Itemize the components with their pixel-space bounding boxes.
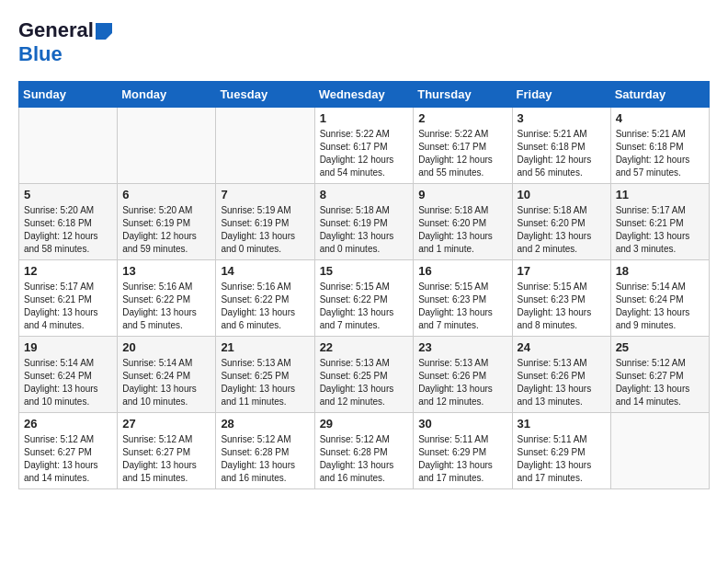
calendar-week-row: 5Sunrise: 5:20 AM Sunset: 6:18 PM Daylig…: [19, 184, 710, 260]
day-number: 27: [122, 417, 210, 431]
day-info: Sunrise: 5:14 AM Sunset: 6:24 PM Dayligh…: [616, 281, 704, 332]
day-number: 12: [24, 264, 112, 278]
calendar-day-cell: 8Sunrise: 5:18 AM Sunset: 6:19 PM Daylig…: [314, 184, 414, 260]
logo: General Blue: [18, 18, 112, 66]
calendar-day-cell: 30Sunrise: 5:11 AM Sunset: 6:29 PM Dayli…: [414, 413, 512, 489]
day-number: 13: [122, 264, 210, 278]
logo-general-text: General: [18, 18, 94, 42]
day-number: 30: [418, 417, 506, 431]
calendar-week-row: 19Sunrise: 5:14 AM Sunset: 6:24 PM Dayli…: [19, 337, 710, 413]
day-info: Sunrise: 5:19 AM Sunset: 6:19 PM Dayligh…: [221, 204, 309, 256]
day-number: 26: [24, 417, 112, 431]
calendar-week-row: 12Sunrise: 5:17 AM Sunset: 6:21 PM Dayli…: [19, 260, 710, 337]
calendar-day-cell: 19Sunrise: 5:14 AM Sunset: 6:24 PM Dayli…: [19, 337, 118, 413]
calendar-day-cell: 15Sunrise: 5:15 AM Sunset: 6:22 PM Dayli…: [314, 260, 414, 337]
calendar-day-cell: 3Sunrise: 5:21 AM Sunset: 6:18 PM Daylig…: [512, 108, 610, 184]
calendar-day-cell: 9Sunrise: 5:18 AM Sunset: 6:20 PM Daylig…: [414, 184, 512, 260]
day-of-week-header: Monday: [118, 82, 216, 108]
day-number: 10: [518, 188, 606, 201]
calendar-day-cell: 5Sunrise: 5:20 AM Sunset: 6:18 PM Daylig…: [19, 184, 118, 260]
day-number: 21: [221, 340, 309, 354]
calendar-day-cell: 14Sunrise: 5:16 AM Sunset: 6:22 PM Dayli…: [216, 260, 314, 337]
calendar-day-cell: 27Sunrise: 5:12 AM Sunset: 6:27 PM Dayli…: [118, 413, 216, 489]
calendar-day-cell: [19, 108, 118, 184]
day-info: Sunrise: 5:12 AM Sunset: 6:27 PM Dayligh…: [616, 357, 704, 408]
day-info: Sunrise: 5:12 AM Sunset: 6:27 PM Dayligh…: [24, 433, 112, 485]
day-number: 4: [616, 111, 704, 125]
day-info: Sunrise: 5:17 AM Sunset: 6:21 PM Dayligh…: [24, 281, 112, 332]
day-info: Sunrise: 5:16 AM Sunset: 6:22 PM Dayligh…: [221, 281, 309, 332]
calendar-day-cell: 29Sunrise: 5:12 AM Sunset: 6:28 PM Dayli…: [314, 413, 414, 489]
day-info: Sunrise: 5:11 AM Sunset: 6:29 PM Dayligh…: [418, 433, 506, 485]
day-number: 17: [518, 264, 606, 278]
day-info: Sunrise: 5:20 AM Sunset: 6:19 PM Dayligh…: [122, 204, 210, 256]
day-info: Sunrise: 5:21 AM Sunset: 6:18 PM Dayligh…: [616, 128, 704, 179]
day-number: 31: [518, 417, 606, 431]
day-number: 22: [320, 340, 409, 354]
day-info: Sunrise: 5:11 AM Sunset: 6:29 PM Dayligh…: [518, 433, 606, 485]
day-of-week-header: Thursday: [414, 82, 512, 108]
logo-icon: [96, 23, 112, 40]
day-info: Sunrise: 5:12 AM Sunset: 6:27 PM Dayligh…: [122, 433, 210, 485]
calendar-day-cell: [610, 413, 709, 489]
day-number: 6: [122, 188, 210, 201]
calendar-day-cell: 25Sunrise: 5:12 AM Sunset: 6:27 PM Dayli…: [610, 337, 709, 413]
day-of-week-header: Saturday: [610, 82, 709, 108]
day-number: 9: [418, 188, 506, 201]
calendar-week-row: 26Sunrise: 5:12 AM Sunset: 6:27 PM Dayli…: [19, 413, 710, 489]
calendar-day-cell: 23Sunrise: 5:13 AM Sunset: 6:26 PM Dayli…: [414, 337, 512, 413]
day-number: 16: [418, 264, 506, 278]
calendar-day-cell: 11Sunrise: 5:17 AM Sunset: 6:21 PM Dayli…: [610, 184, 709, 260]
day-info: Sunrise: 5:22 AM Sunset: 6:17 PM Dayligh…: [418, 128, 506, 179]
calendar-day-cell: 2Sunrise: 5:22 AM Sunset: 6:17 PM Daylig…: [414, 108, 512, 184]
day-number: 1: [320, 111, 409, 125]
calendar-day-cell: 12Sunrise: 5:17 AM Sunset: 6:21 PM Dayli…: [19, 260, 118, 337]
calendar-day-cell: 16Sunrise: 5:15 AM Sunset: 6:23 PM Dayli…: [414, 260, 512, 337]
day-info: Sunrise: 5:18 AM Sunset: 6:19 PM Dayligh…: [320, 204, 409, 256]
day-number: 5: [24, 188, 112, 201]
page-header: General Blue: [18, 18, 710, 66]
day-number: 3: [518, 111, 606, 125]
calendar-day-cell: 20Sunrise: 5:14 AM Sunset: 6:24 PM Dayli…: [118, 337, 216, 413]
day-info: Sunrise: 5:13 AM Sunset: 6:26 PM Dayligh…: [418, 357, 506, 408]
calendar-table: SundayMondayTuesdayWednesdayThursdayFrid…: [18, 81, 710, 489]
day-info: Sunrise: 5:14 AM Sunset: 6:24 PM Dayligh…: [122, 357, 210, 408]
calendar-day-cell: 18Sunrise: 5:14 AM Sunset: 6:24 PM Dayli…: [610, 260, 709, 337]
day-info: Sunrise: 5:14 AM Sunset: 6:24 PM Dayligh…: [24, 357, 112, 408]
day-info: Sunrise: 5:15 AM Sunset: 6:23 PM Dayligh…: [418, 281, 506, 332]
day-info: Sunrise: 5:13 AM Sunset: 6:25 PM Dayligh…: [221, 357, 309, 408]
day-info: Sunrise: 5:17 AM Sunset: 6:21 PM Dayligh…: [616, 204, 704, 256]
day-number: 14: [221, 264, 309, 278]
calendar-day-cell: 28Sunrise: 5:12 AM Sunset: 6:28 PM Dayli…: [216, 413, 314, 489]
calendar-day-cell: 31Sunrise: 5:11 AM Sunset: 6:29 PM Dayli…: [512, 413, 610, 489]
calendar-day-cell: [118, 108, 216, 184]
day-info: Sunrise: 5:21 AM Sunset: 6:18 PM Dayligh…: [518, 128, 606, 179]
calendar-day-cell: 10Sunrise: 5:18 AM Sunset: 6:20 PM Dayli…: [512, 184, 610, 260]
day-of-week-header: Wednesday: [314, 82, 414, 108]
logo-blue-text: Blue: [18, 42, 63, 66]
day-info: Sunrise: 5:12 AM Sunset: 6:28 PM Dayligh…: [221, 433, 309, 485]
day-number: 11: [616, 188, 704, 201]
day-of-week-header: Tuesday: [216, 82, 314, 108]
day-number: 23: [418, 340, 506, 354]
calendar-day-cell: 26Sunrise: 5:12 AM Sunset: 6:27 PM Dayli…: [19, 413, 118, 489]
calendar-header-row: SundayMondayTuesdayWednesdayThursdayFrid…: [19, 82, 710, 108]
day-number: 15: [320, 264, 409, 278]
calendar-day-cell: 21Sunrise: 5:13 AM Sunset: 6:25 PM Dayli…: [216, 337, 314, 413]
day-info: Sunrise: 5:15 AM Sunset: 6:23 PM Dayligh…: [518, 281, 606, 332]
day-number: 19: [24, 340, 112, 354]
day-info: Sunrise: 5:20 AM Sunset: 6:18 PM Dayligh…: [24, 204, 112, 256]
day-number: 24: [518, 340, 606, 354]
day-number: 7: [221, 188, 309, 201]
calendar-day-cell: 4Sunrise: 5:21 AM Sunset: 6:18 PM Daylig…: [610, 108, 709, 184]
calendar-day-cell: 13Sunrise: 5:16 AM Sunset: 6:22 PM Dayli…: [118, 260, 216, 337]
calendar-day-cell: [216, 108, 314, 184]
calendar-week-row: 1Sunrise: 5:22 AM Sunset: 6:17 PM Daylig…: [19, 108, 710, 184]
day-info: Sunrise: 5:15 AM Sunset: 6:22 PM Dayligh…: [320, 281, 409, 332]
day-info: Sunrise: 5:22 AM Sunset: 6:17 PM Dayligh…: [320, 128, 409, 179]
calendar-day-cell: 24Sunrise: 5:13 AM Sunset: 6:26 PM Dayli…: [512, 337, 610, 413]
day-number: 25: [616, 340, 704, 354]
day-info: Sunrise: 5:13 AM Sunset: 6:26 PM Dayligh…: [518, 357, 606, 408]
day-of-week-header: Friday: [512, 82, 610, 108]
day-number: 20: [122, 340, 210, 354]
